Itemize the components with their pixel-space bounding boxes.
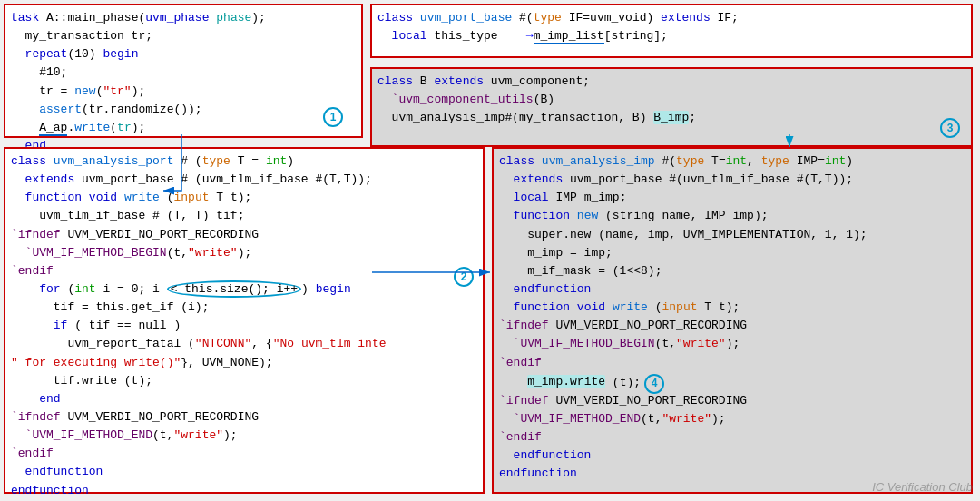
code-line: function void write (input T t); (499, 299, 965, 317)
box-port-base: class uvm_port_base #(type IF=uvm_void) … (370, 4, 973, 58)
code-line: local this_type →m_imp_list[string]; (377, 27, 965, 45)
code-line: " for executing write()"}, UVM_NONE); (11, 354, 477, 372)
code-line: `ifndef UVM_VERDI_NO_PORT_RECORDING (499, 392, 965, 410)
box-analysis-imp: class uvm_analysis_imp #(type T=int, typ… (492, 147, 973, 494)
code-line: `ifndef UVM_VERDI_NO_PORT_RECORDING (499, 317, 965, 335)
code-line: `UVM_IF_METHOD_BEGIN(t,"write"); (499, 335, 965, 353)
code-line: endfunction (499, 280, 965, 299)
code-line: endfunction (499, 447, 965, 465)
code-line: uvm_report_fatal ("NTCONN", {"No uvm_tlm… (11, 335, 477, 353)
code-line: `endif (11, 262, 477, 280)
code-line: local IMP m_imp; (499, 189, 965, 207)
code-line: #10; (11, 64, 356, 82)
code-line: class uvm_analysis_imp #(type T=int, typ… (499, 152, 965, 171)
code-line: `uvm_component_utils(B) (377, 91, 965, 109)
watermark: IC Verification Club (872, 480, 973, 494)
box-class-b: class B extends uvm_component; `uvm_comp… (370, 67, 973, 147)
code-line: class uvm_analysis_port # (type T = int) (11, 152, 477, 171)
code-line: my_transaction tr; (11, 27, 356, 45)
code-line: `ifndef UVM_VERDI_NO_PORT_RECORDING (11, 226, 477, 244)
code-line: A_ap.write(tr); (11, 119, 356, 137)
code-line: end (11, 390, 477, 408)
main-container: task A::main_phase(uvm_phase phase); my_… (0, 0, 980, 501)
code-line: assert(tr.randomize()); (11, 101, 356, 119)
code-line: tif.write (t); (11, 372, 477, 390)
circle-1: 1 (323, 107, 343, 127)
code-line: function void write (input T t); (11, 189, 477, 207)
code-line: function new (string name, IMP imp); (499, 207, 965, 225)
watermark-text: IC Verification Club (872, 480, 973, 494)
code-line: `UVM_IF_METHOD_END(t,"write"); (499, 410, 965, 428)
code-line: m_imp = imp; (499, 244, 965, 262)
code-line: `UVM_IF_METHOD_END(t,"write"); (11, 427, 477, 445)
code-line: `endif (11, 445, 477, 463)
code-line: task A::main_phase(uvm_phase phase); (11, 9, 356, 27)
code-line: `UVM_IF_METHOD_BEGIN(t,"write"); (11, 244, 477, 262)
code-line: m_if_mask = (1<<8); (499, 262, 965, 280)
circle-2: 2 (454, 267, 474, 287)
code-line: `endif (499, 428, 965, 447)
code-line: if ( tif == null ) (11, 317, 477, 335)
code-line: class B extends uvm_component; (377, 73, 965, 91)
code-line: endfunction (11, 463, 477, 481)
code-line: endfunction (11, 482, 477, 500)
code-line: m_imp.write (t);4 (499, 372, 965, 392)
code-line: tif = this.get_if (i); (11, 299, 477, 317)
circle-4: 4 (644, 374, 664, 394)
box-analysis-port: class uvm_analysis_port # (type T = int)… (4, 147, 485, 494)
code-line: extends uvm_port_base #(uvm_tlm_if_base … (499, 171, 965, 189)
code-line: super.new (name, imp, UVM_IMPLEMENTATION… (499, 226, 965, 244)
box-task: task A::main_phase(uvm_phase phase); my_… (4, 4, 363, 138)
code-line: for (int i = 0; i < this.size(); i++) be… (11, 280, 477, 299)
code-line: `ifndef UVM_VERDI_NO_PORT_RECORDING (11, 408, 477, 427)
code-line: uvm_analysis_imp#(my_transaction, B) B_i… (377, 109, 965, 127)
code-line: repeat(10) begin (11, 45, 356, 64)
code-line: uvm_tlm_if_base # (T, T) tif; (11, 207, 477, 225)
code-line: tr = new("tr"); (11, 83, 356, 101)
circle-3: 3 (940, 118, 960, 138)
code-line: `endif (499, 354, 965, 372)
code-line: class uvm_port_base #(type IF=uvm_void) … (377, 9, 965, 27)
code-line: extends uvm_port_base # (uvm_tlm_if_base… (11, 171, 477, 189)
